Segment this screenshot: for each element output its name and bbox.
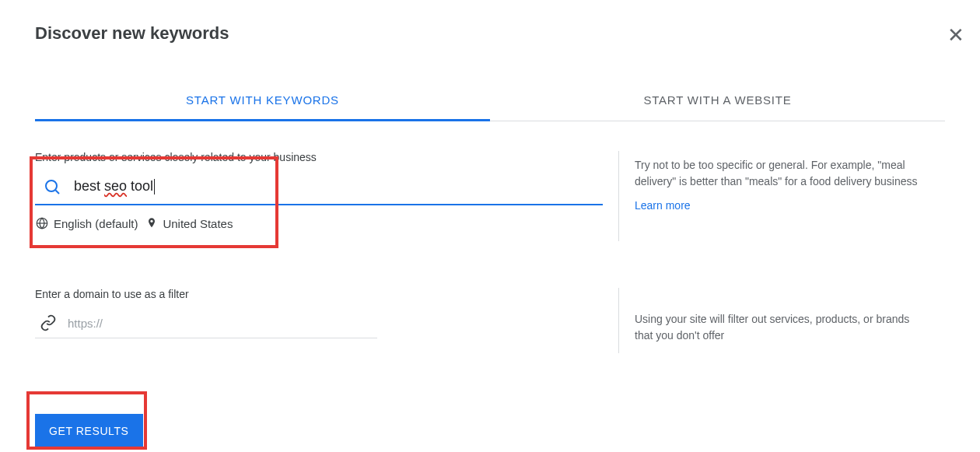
keywords-input[interactable]: best seo tool <box>74 178 155 194</box>
domain-help-text: Using your site will filter out services… <box>635 311 929 344</box>
location-value: United States <box>163 217 233 230</box>
globe-icon <box>35 216 49 230</box>
svg-line-1 <box>56 191 60 194</box>
close-icon[interactable]: ✕ <box>947 23 964 47</box>
page-title: Discover new keywords <box>35 23 229 44</box>
keywords-label: Enter products or services closely relat… <box>35 151 603 163</box>
language-selector[interactable]: English (default) <box>35 216 138 230</box>
location-pin-icon <box>145 217 158 230</box>
domain-label: Enter a domain to use as a filter <box>35 288 377 300</box>
location-selector[interactable]: United States <box>145 217 233 230</box>
language-value: English (default) <box>54 217 138 230</box>
tab-keywords[interactable]: START WITH KEYWORDS <box>35 81 490 121</box>
keywords-help-text: Try not to be too specific or general. F… <box>635 157 929 190</box>
svg-point-0 <box>46 180 57 191</box>
search-icon <box>43 177 61 196</box>
domain-input[interactable]: https:// <box>68 317 103 330</box>
learn-more-link[interactable]: Learn more <box>635 199 929 212</box>
keywords-input-row[interactable]: best seo tool <box>35 171 603 205</box>
tab-bar: START WITH KEYWORDS START WITH A WEBSITE <box>35 81 945 121</box>
domain-input-row[interactable]: https:// <box>35 308 377 338</box>
tab-website[interactable]: START WITH A WEBSITE <box>490 81 945 121</box>
link-icon <box>40 314 57 331</box>
get-results-button[interactable]: GET RESULTS <box>35 414 143 448</box>
